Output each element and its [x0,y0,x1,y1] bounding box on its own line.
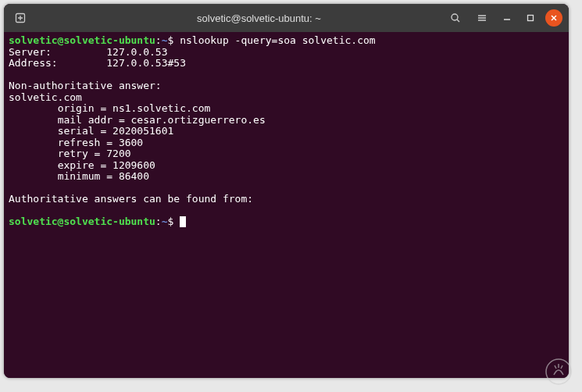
search-button[interactable] [445,8,466,28]
terminal-window: solvetic@solvetic-ubuntu: ~ [4,4,569,378]
svg-point-3 [452,14,458,20]
soa-retry: retry = 7200 [58,148,131,159]
soa-expire: expire = 1209600 [58,159,155,171]
output-server-label: Server: [9,46,52,58]
prompt-symbol-2: $ [168,216,174,227]
output-address-label: Address: [9,57,58,69]
output-domain: solvetic.com [9,91,82,103]
prompt-user: solvetic@solvetic-ubuntu [9,34,155,46]
output-address-value: 127.0.0.53#53 [106,57,186,69]
prompt-symbol: $ [168,34,174,46]
soa-origin: origin = ns1.solvetic.com [58,102,211,114]
terminal-body[interactable]: solvetic@solvetic-ubuntu:~$ nslookup -qu… [4,32,569,378]
cursor [180,216,186,227]
soa-mail-addr: mail addr = cesar.ortizguerrero.es [58,114,266,126]
soa-minimum: minimum = 86400 [58,170,149,182]
output-server-value: 127.0.0.53 [106,46,167,58]
close-button[interactable] [545,9,562,27]
prompt-colon-2: : [155,216,162,227]
svg-line-4 [457,20,459,22]
titlebar-right [445,8,562,28]
prompt-user-2: solvetic@solvetic-ubuntu [9,216,155,227]
minimize-button[interactable] [498,9,516,27]
watermark-icon [545,358,573,386]
prompt-path: ~ [162,34,168,46]
window-title: solvetic@solvetic-ubuntu: ~ [77,12,441,24]
menu-button[interactable] [472,8,492,28]
new-tab-button[interactable] [10,8,30,28]
svg-line-15 [561,365,562,369]
prompt-colon: : [155,34,162,46]
svg-point-12 [546,359,571,384]
output-auth-footer: Authoritative answers can be found from: [9,193,253,205]
prompt-path-2: ~ [162,216,168,227]
output-nonauth-header: Non-authoritative answer: [9,80,162,91]
titlebar: solvetic@solvetic-ubuntu: ~ [4,4,569,32]
soa-serial: serial = 2020051601 [58,125,174,137]
soa-refresh: refresh = 3600 [58,137,144,148]
command-text: nslookup -query=soa solvetic.com [180,34,375,46]
svg-rect-9 [528,16,534,21]
titlebar-left [10,8,73,28]
svg-line-13 [555,365,556,369]
maximize-button[interactable] [522,9,539,27]
